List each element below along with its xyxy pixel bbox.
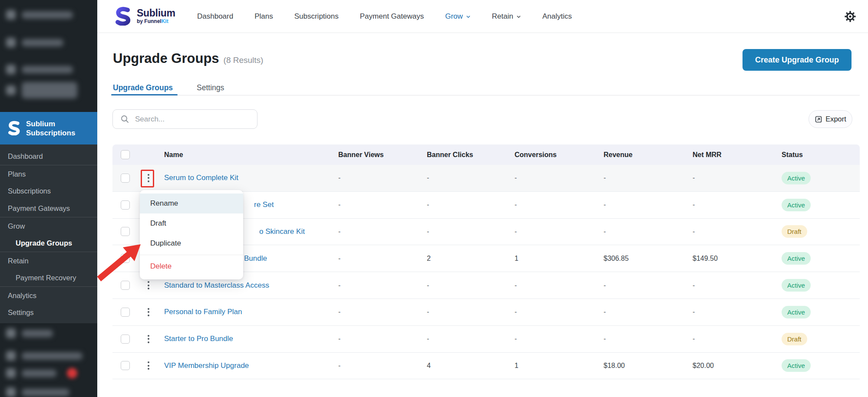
menu-item-delete[interactable]: Delete	[140, 256, 243, 276]
upgrade-group-link[interactable]: Starter to Pro Bundle	[164, 335, 233, 343]
chevron-down-icon	[516, 14, 521, 19]
row-checkbox[interactable]	[121, 335, 130, 344]
sidebar-item-redacted[interactable]	[6, 64, 73, 75]
row-checkbox[interactable]	[121, 200, 130, 210]
create-upgrade-group-button[interactable]: Create Upgrade Group	[743, 49, 851, 71]
redacted-menu-label	[22, 330, 53, 337]
cell-banner-views: -	[338, 201, 427, 209]
upgrade-group-link-partial[interactable]: Bundle	[244, 254, 267, 262]
tab-upgrade-groups[interactable]: Upgrade Groups	[113, 83, 173, 92]
sidebar-item-upgrade-groups[interactable]: Upgrade Groups	[0, 234, 97, 252]
upgrade-group-link-partial[interactable]: o Skincare Kit	[259, 227, 305, 236]
cell-revenue: -	[604, 174, 693, 182]
sidebar-item-grow[interactable]: Grow	[0, 217, 97, 234]
redacted-menu-icon	[6, 368, 16, 378]
status-badge: Active	[782, 172, 811, 184]
sidebar-app-title-line2: Subscriptions	[26, 128, 75, 138]
sidebar-item-subscriptions[interactable]: Subscriptions	[0, 182, 97, 200]
row-context-menu: RenameDraftDuplicateDelete	[140, 190, 243, 279]
status-badge: Active	[782, 359, 811, 372]
column-header-revenue: Revenue	[604, 151, 693, 159]
redacted-menu-icon	[6, 65, 16, 74]
cell-conversions: -	[515, 228, 604, 236]
upgrade-group-link-partial[interactable]: re Set	[254, 200, 274, 209]
sidebar-item-retain[interactable]: Retain	[0, 252, 97, 269]
row-checkbox[interactable]	[121, 174, 130, 183]
sidebar-item-redacted[interactable]	[6, 10, 73, 20]
upgrade-group-link[interactable]: Standard to Masterclass Access	[164, 281, 269, 289]
cell-banner-clicks: -	[427, 174, 515, 182]
sidebar-item-redacted[interactable]	[6, 85, 77, 95]
select-all-checkbox[interactable]	[121, 150, 130, 159]
upgrade-group-link[interactable]: VIP Membership Upgrade	[164, 361, 249, 370]
redacted-menu-label	[22, 39, 63, 46]
cell-net-mrr: -	[693, 335, 782, 343]
redacted-menu-label	[22, 352, 83, 360]
chevron-down-icon	[466, 14, 471, 19]
export-label: Export	[825, 115, 846, 123]
nav-item-grow[interactable]: Grow	[445, 12, 471, 21]
redacted-menu-label	[22, 389, 69, 396]
column-header-status: Status	[782, 151, 860, 159]
upgrade-group-link[interactable]: Serum to Complete Kit	[164, 174, 238, 182]
sidebar-item-redacted[interactable]	[6, 351, 83, 361]
wp-admin-sidebar: Sublium Subscriptions DashboardPlansSubs…	[0, 0, 97, 397]
logo-byline: by FunnelKit	[137, 18, 175, 24]
nav-item-subscriptions[interactable]: Subscriptions	[294, 12, 339, 21]
gear-icon[interactable]	[844, 10, 857, 23]
sidebar-item-analytics[interactable]: Analytics	[0, 286, 97, 304]
menu-item-rename[interactable]: Rename	[140, 194, 243, 213]
sidebar-item-payment-recovery[interactable]: Payment Recovery	[0, 269, 97, 286]
redacted-menu-icon	[6, 387, 16, 397]
redacted-menu-icon	[6, 85, 16, 95]
cell-conversions: -	[515, 308, 604, 316]
nav-item-dashboard[interactable]: Dashboard	[197, 12, 233, 21]
sidebar-item-redacted[interactable]	[6, 368, 77, 378]
sidebar-item-settings[interactable]: Settings	[0, 304, 97, 321]
row-checkbox[interactable]	[121, 308, 130, 317]
results-count: (8 Results)	[224, 56, 264, 65]
sublium-logo[interactable]: Sublium by FunnelKit	[114, 7, 175, 26]
redacted-menu-icon	[6, 38, 16, 47]
upgrade-group-link[interactable]: Personal to Family Plan	[164, 308, 242, 316]
page-title: Upgrade Groups(8 Results)	[113, 51, 263, 66]
sidebar-item-sublium-subscriptions[interactable]: Sublium Subscriptions	[0, 112, 97, 144]
search-input[interactable]	[134, 115, 244, 124]
column-header-banner-views: Banner Views	[338, 151, 427, 159]
nav-item-payment-gateways[interactable]: Payment Gateways	[360, 12, 424, 21]
sidebar-item-payment-gateways[interactable]: Payment Gateways	[0, 200, 97, 217]
cell-conversions: -	[515, 282, 604, 289]
nav-item-analytics[interactable]: Analytics	[542, 12, 572, 21]
column-header-conversions: Conversions	[515, 151, 604, 159]
kebab-menu-icon[interactable]	[139, 361, 158, 370]
export-button[interactable]: Export	[809, 110, 852, 128]
active-tab-underline	[111, 94, 178, 95]
kebab-menu-icon[interactable]	[139, 308, 158, 316]
row-checkbox[interactable]	[121, 227, 130, 236]
sidebar-item-redacted[interactable]	[6, 37, 63, 48]
page-tabs: Upgrade GroupsSettings	[113, 83, 224, 92]
cell-net-mrr: -	[693, 282, 782, 289]
sidebar-item-redacted[interactable]	[6, 387, 69, 397]
redacted-menu-icon	[6, 351, 16, 361]
menu-item-draft[interactable]: Draft	[140, 213, 243, 233]
table-row: Starter to Pro Bundle-----Draft	[112, 326, 860, 353]
nav-item-plans[interactable]: Plans	[254, 12, 273, 21]
row-checkbox[interactable]	[121, 361, 130, 370]
kebab-menu-icon[interactable]	[139, 335, 158, 343]
sidebar-item-redacted[interactable]	[6, 328, 53, 338]
table-row: Personal to Family Plan-----Active	[112, 299, 860, 326]
table-row: Serum to Complete Kit-----Active	[112, 165, 860, 192]
notification-badge	[67, 368, 77, 378]
cell-revenue: -	[604, 228, 693, 236]
nav-item-retain[interactable]: Retain	[492, 12, 521, 21]
cell-revenue: -	[604, 308, 693, 316]
status-badge: Active	[782, 252, 811, 265]
app-window: Sublium Subscriptions DashboardPlansSubs…	[0, 0, 868, 397]
sidebar-item-dashboard[interactable]: Dashboard	[0, 148, 97, 165]
sidebar-item-plans[interactable]: Plans	[0, 165, 97, 182]
menu-item-duplicate[interactable]: Duplicate	[140, 233, 243, 253]
tab-settings[interactable]: Settings	[197, 83, 224, 92]
cell-banner-views: -	[338, 308, 427, 316]
cell-revenue: -	[604, 201, 693, 209]
